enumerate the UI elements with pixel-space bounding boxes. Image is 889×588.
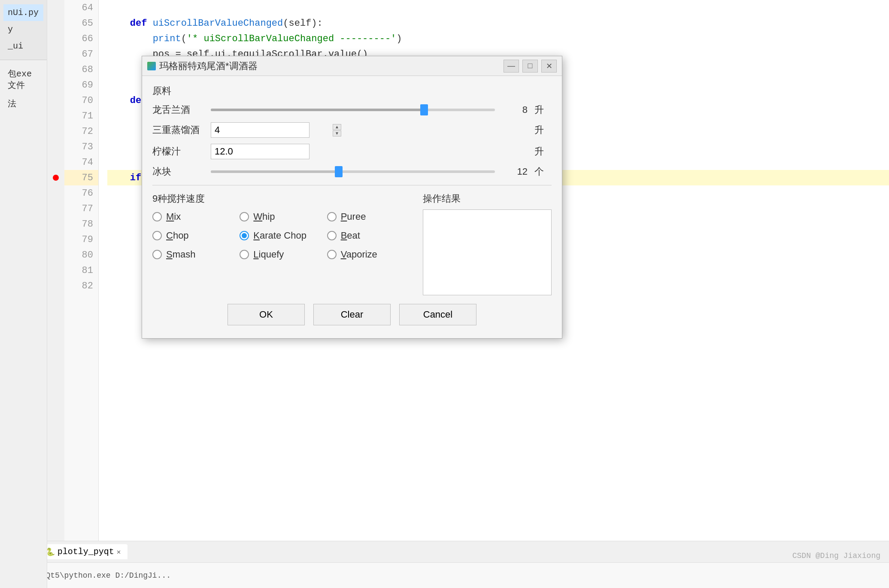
line-74: 74 <box>64 155 98 170</box>
radio-puree[interactable] <box>327 212 337 221</box>
tequila-slider-fill <box>211 109 424 111</box>
blend-section: 9种搅拌速度 Mix Whip <box>152 192 414 295</box>
sidebar-item-y[interactable]: y <box>3 21 43 38</box>
blend-option-karate-chop[interactable]: Karate Chop <box>240 230 327 241</box>
triple-up-arrow[interactable]: ▲ <box>333 124 341 130</box>
clear-button[interactable]: Clear <box>313 304 391 325</box>
result-label: 操作结果 <box>423 192 552 205</box>
dialog-titlebar: 玛格丽特鸡尾酒*调酒器 — □ ✕ <box>142 56 562 76</box>
radio-vaporize[interactable] <box>327 250 337 259</box>
dialog-body: 原料 龙舌兰酒 8 升 三重蒸馏酒 ▲ <box>142 76 562 338</box>
tab-bar: Ui ✕ 🐍 plotly_pyqt ✕ <box>0 541 889 562</box>
tab-plotly[interactable]: 🐍 plotly_pyqt ✕ <box>39 544 128 559</box>
result-textbox[interactable] <box>423 209 552 295</box>
tequila-slider-container[interactable] <box>211 103 495 116</box>
code-line-64 <box>107 0 889 15</box>
line-71: 71 <box>64 108 98 124</box>
radio-smash[interactable] <box>152 250 162 259</box>
blend-vaporize-label: Vaporize <box>341 249 377 260</box>
ice-slider-container[interactable] <box>211 165 495 178</box>
line-79: 79 <box>64 232 98 247</box>
ice-unit: 个 <box>534 165 552 178</box>
triple-unit: 升 <box>534 124 552 136</box>
blend-option-chop[interactable]: Chop <box>152 230 240 241</box>
tab-plotly-label: plotly_pyqt <box>58 547 114 557</box>
lemon-unit: 升 <box>534 145 552 158</box>
lemon-textbox: 12.0 <box>211 144 309 159</box>
blend-radio-grid: Mix Whip Puree <box>152 211 414 260</box>
section-divider <box>152 185 552 185</box>
sidebar-item-exe[interactable]: 包exe文件 <box>3 64 43 94</box>
tequila-label: 龙舌兰酒 <box>152 103 204 116</box>
ice-value: 12 <box>502 166 528 177</box>
blend-option-puree[interactable]: Puree <box>327 211 414 222</box>
ice-slider-track <box>211 170 495 173</box>
blend-whip-label: Whip <box>253 211 275 222</box>
bottom-status-bar: \envs\PyQt5\python.exe D:/DingJi... <box>0 562 889 588</box>
tab-plotly-close[interactable]: ✕ <box>117 548 121 556</box>
triple-arrows: ▲ ▼ <box>333 124 341 136</box>
line-81: 81 <box>64 263 98 278</box>
line-77: 77 <box>64 201 98 216</box>
ingredient-row-ice: 冰块 12 个 <box>152 165 552 178</box>
radio-chop[interactable] <box>152 231 162 240</box>
dialog-title-buttons: — □ ✕ <box>504 60 557 73</box>
line-72: 72 <box>64 124 98 139</box>
sidebar: nUi.py y _ui 包exe文件 法 <box>0 0 47 588</box>
line-70: 70 <box>64 93 98 108</box>
blend-puree-label: Puree <box>341 211 366 222</box>
dialog-maximize-button[interactable]: □ <box>522 60 538 73</box>
line-65: 65 <box>64 15 98 31</box>
ingredient-row-tequila: 龙舌兰酒 8 升 <box>152 103 552 116</box>
radio-liquefy[interactable] <box>240 250 249 259</box>
blend-option-beat[interactable]: Beat <box>327 230 414 241</box>
dialog-close-button[interactable]: ✕ <box>541 60 557 73</box>
line-numbers: 64 65 66 67 68 69 70 71 72 73 74 75 76 7… <box>64 0 99 588</box>
radio-mix[interactable] <box>152 212 162 221</box>
tequila-slider-thumb[interactable] <box>420 104 428 115</box>
line-64: 64 <box>64 0 98 15</box>
result-section: 操作结果 <box>423 192 552 295</box>
blend-beat-label: Beat <box>341 230 360 241</box>
ice-slider-thumb[interactable] <box>335 166 343 177</box>
line-75: 75 <box>64 170 98 185</box>
tequila-value: 8 <box>502 104 528 115</box>
line-69: 69 <box>64 77 98 93</box>
lemon-label: 柠檬汁 <box>152 145 204 158</box>
line-67: 67 <box>64 46 98 62</box>
radio-beat[interactable] <box>327 231 337 240</box>
line-76: 76 <box>64 185 98 201</box>
ice-label: 冰块 <box>152 165 204 178</box>
blend-karate-label: Karate Chop <box>253 230 306 241</box>
ice-slider-fill <box>211 170 339 173</box>
radio-whip[interactable] <box>240 212 249 221</box>
dialog-minimize-button[interactable]: — <box>504 60 519 73</box>
sidebar-item-nui[interactable]: nUi.py <box>3 4 43 21</box>
sidebar-item-fa[interactable]: 法 <box>3 94 43 113</box>
tequila-unit: 升 <box>534 103 552 116</box>
blend-option-vaporize[interactable]: Vaporize <box>327 249 414 260</box>
line-73: 73 <box>64 139 98 155</box>
margarita-dialog: 玛格丽特鸡尾酒*调酒器 — □ ✕ 原料 龙舌兰酒 8 <box>142 56 562 339</box>
triple-label: 三重蒸馏酒 <box>152 124 204 136</box>
line-78: 78 <box>64 216 98 232</box>
blend-chop-label: Chop <box>166 230 189 241</box>
blend-option-liquefy[interactable]: Liquefy <box>240 249 327 260</box>
triple-down-arrow[interactable]: ▼ <box>333 130 341 136</box>
triple-input[interactable] <box>215 124 333 136</box>
dialog-buttons: OK Clear Cancel <box>152 295 552 330</box>
cancel-button[interactable]: Cancel <box>399 304 476 325</box>
line-80: 80 <box>64 247 98 263</box>
lower-section: 9种搅拌速度 Mix Whip <box>152 192 552 295</box>
line-82: 82 <box>64 278 98 294</box>
code-line-65: def uiScrollBarValueChanged(self): <box>107 15 889 31</box>
radio-karate-chop[interactable] <box>240 231 249 240</box>
blend-option-whip[interactable]: Whip <box>240 211 327 222</box>
blend-label: 9种搅拌速度 <box>152 192 414 205</box>
blend-option-smash[interactable]: Smash <box>152 249 240 260</box>
ingredient-row-triple: 三重蒸馏酒 ▲ ▼ 升 <box>152 122 552 138</box>
blend-option-mix[interactable]: Mix <box>152 211 240 222</box>
triple-spinbox[interactable]: ▲ ▼ <box>211 122 309 138</box>
sidebar-item-ui[interactable]: _ui <box>3 38 43 55</box>
ok-button[interactable]: OK <box>228 304 305 325</box>
